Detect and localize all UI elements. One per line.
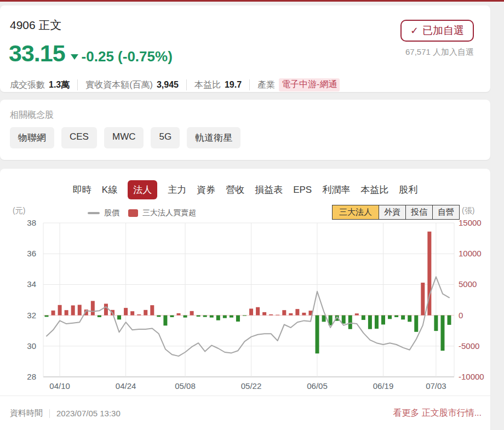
- tab-3[interactable]: 主力: [168, 180, 186, 199]
- svg-text:28: 28: [27, 372, 36, 381]
- tab-bar: 即時K線法人主力資券營收損益表EPS利潤率本益比股利: [0, 180, 490, 199]
- concept-tag-4[interactable]: 軌道衛星: [187, 127, 240, 148]
- see-more-link[interactable]: 看更多 正文股市行情...: [393, 408, 482, 419]
- divider: [249, 79, 250, 90]
- concept-tag-list: 物聯網CESMWC5G軌道衛星: [10, 127, 240, 148]
- divider: [186, 79, 187, 90]
- svg-text:06/05: 06/05: [307, 381, 328, 391]
- stock-price: 33.15: [9, 42, 65, 65]
- svg-text:5000: 5000: [459, 279, 477, 289]
- tab-8[interactable]: 利潤率: [322, 180, 350, 199]
- concept-tag-2[interactable]: MWC: [104, 127, 144, 148]
- svg-text:05/08: 05/08: [175, 381, 196, 391]
- svg-text:32: 32: [27, 311, 36, 320]
- divider: [77, 79, 78, 90]
- svg-text:-5000: -5000: [459, 341, 479, 351]
- stat-pe-ratio: 本益比 19.7: [194, 79, 242, 91]
- industry-tag[interactable]: 電子中游-網通: [279, 78, 340, 91]
- related-concepts-card: 相關概念股 物聯網CESMWC5G軌道衛星: [0, 100, 490, 160]
- down-triangle-icon: [71, 54, 78, 60]
- concept-tag-1[interactable]: CES: [61, 127, 97, 148]
- svg-text:38: 38: [27, 218, 36, 227]
- svg-text:0: 0: [459, 311, 463, 320]
- tab-7[interactable]: EPS: [293, 181, 312, 199]
- data-timestamp: 2023/07/05 13:30: [56, 409, 121, 418]
- svg-text:04/24: 04/24: [116, 381, 136, 391]
- legal-person-chart: 3815000361000034500032030-500028-1000004…: [0, 214, 490, 394]
- stock-header-card: 4906 正文 33.15 -0.25 (-0.75%) 成交張數 1.3萬 實…: [0, 5, 490, 92]
- related-concepts-title: 相關概念股: [10, 110, 54, 121]
- watchlist-button-label: 已加自選: [422, 24, 464, 38]
- tab-5[interactable]: 營收: [226, 180, 244, 199]
- check-icon: ✓: [410, 25, 419, 37]
- institutional-chart-card: 即時K線法人主力資券營收損益表EPS利潤率本益比股利 (元) (張) 股價 三大…: [0, 169, 490, 430]
- divider: [0, 395, 490, 396]
- tab-4[interactable]: 資券: [197, 180, 215, 199]
- svg-text:06/19: 06/19: [373, 381, 394, 391]
- stock-page: 4906 正文 33.15 -0.25 (-0.75%) 成交張數 1.3萬 實…: [0, 0, 504, 430]
- svg-text:36: 36: [27, 249, 36, 258]
- svg-text:05/22: 05/22: [241, 381, 262, 391]
- tab-1[interactable]: K線: [102, 180, 117, 199]
- tab-2[interactable]: 法人: [128, 180, 157, 199]
- svg-text:15000: 15000: [459, 218, 482, 227]
- divider: [49, 409, 50, 418]
- top-accent-bar: [0, 0, 504, 2]
- stat-volume: 成交張數 1.3萬: [10, 79, 70, 91]
- data-time-label: 資料時間: [10, 408, 43, 418]
- svg-text:34: 34: [27, 279, 36, 289]
- price-change: -0.25 (-0.75%): [82, 49, 173, 64]
- price-row: 33.15 -0.25 (-0.75%): [9, 42, 173, 65]
- concept-tag-3[interactable]: 5G: [151, 127, 180, 148]
- data-time-row: 資料時間 2023/07/05 13:30: [10, 408, 121, 418]
- page-title: 4906 正文: [10, 18, 62, 33]
- tab-10[interactable]: 股利: [399, 180, 417, 199]
- svg-text:30: 30: [27, 341, 36, 351]
- svg-text:04/10: 04/10: [49, 381, 70, 391]
- concept-tag-0[interactable]: 物聯網: [10, 127, 54, 148]
- watchlist-count: 67,571 人加入自選: [405, 47, 474, 58]
- stats-row: 成交張數 1.3萬 實收資本額(百萬) 3,945 本益比 19.7 產業 電子…: [10, 78, 340, 91]
- tab-6[interactable]: 損益表: [255, 180, 283, 199]
- svg-text:07/03: 07/03: [426, 381, 446, 391]
- tab-0[interactable]: 即時: [73, 180, 91, 199]
- stat-capital: 實收資本額(百萬) 3,945: [85, 79, 179, 91]
- svg-text:10000: 10000: [459, 249, 482, 258]
- svg-text:-10000: -10000: [459, 372, 484, 381]
- stat-industry: 產業 電子中游-網通: [257, 78, 340, 91]
- tab-9[interactable]: 本益比: [360, 180, 388, 199]
- added-to-watchlist-button[interactable]: ✓ 已加自選: [400, 20, 474, 42]
